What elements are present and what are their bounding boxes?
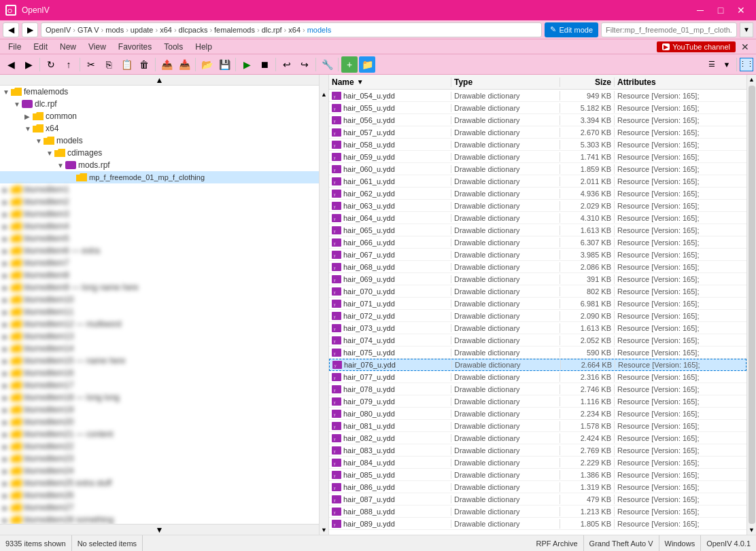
file-attributes: Resource [Version: 165];	[617, 214, 699, 222]
tb-save-button[interactable]: 💾	[216, 56, 233, 73]
table-row[interactable]: y hair_087_u.ydd Drawable dictionary 479…	[329, 493, 746, 505]
tb-refresh-button[interactable]: ↻	[43, 56, 59, 73]
table-row[interactable]: y hair_085_u.ydd Drawable dictionary 1.3…	[329, 469, 746, 481]
menu-edit[interactable]: Edit	[28, 41, 53, 53]
table-row[interactable]: y hair_084_u.ydd Drawable dictionary 2.2…	[329, 457, 746, 469]
view-details-button[interactable]: ⋮⋮	[740, 58, 753, 71]
table-row[interactable]: y hair_061_u.ydd Drawable dictionary 2.0…	[329, 175, 746, 188]
table-row[interactable]: y hair_062_u.ydd Drawable dictionary 4.9…	[329, 188, 746, 200]
tb-undo-button[interactable]: ↩	[279, 56, 295, 73]
table-row[interactable]: y hair_064_u.ydd Drawable dictionary 4.3…	[329, 212, 746, 224]
table-row[interactable]: y hair_089_u.ydd Drawable dictionary 1.8…	[329, 518, 746, 530]
tree-item-common[interactable]: ▶ common	[0, 110, 319, 122]
menu-close-button[interactable]: ✕	[737, 41, 753, 53]
table-row[interactable]: y hair_057_u.ydd Drawable dictionary 2.6…	[329, 126, 746, 139]
tree-item-cdimages[interactable]: ▼ cdimages	[0, 147, 319, 159]
table-row[interactable]: y hair_059_u.ydd Drawable dictionary 1.7…	[329, 151, 746, 163]
tb-play-button[interactable]: ▶	[239, 56, 255, 73]
table-row[interactable]: y hair_056_u.ydd Drawable dictionary 3.3…	[329, 114, 746, 126]
tree-scroll-down[interactable]: ▼	[0, 524, 319, 535]
table-row[interactable]: y hair_075_u.ydd Drawable dictionary 590…	[329, 346, 746, 359]
close-button[interactable]: ✕	[732, 3, 751, 18]
tb-stop-button[interactable]: ⏹	[256, 56, 273, 73]
minimize-button[interactable]: ─	[691, 3, 710, 18]
table-row[interactable]: y hair_080_u.ydd Drawable dictionary 2.2…	[329, 408, 746, 420]
table-row[interactable]: y hair_074_u.ydd Drawable dictionary 2.0…	[329, 334, 746, 346]
right-scroll-up[interactable]: ▲	[321, 90, 327, 99]
table-row[interactable]: y hair_066_u.ydd Drawable dictionary 6.3…	[329, 236, 746, 249]
table-row[interactable]: y hair_070_u.ydd Drawable dictionary 802…	[329, 285, 746, 298]
table-row[interactable]: y hair_077_u.ydd Drawable dictionary 2.3…	[329, 371, 746, 383]
tb-add-button[interactable]: +	[341, 56, 358, 73]
col-header-size[interactable]: Size	[560, 77, 615, 87]
right-scrollbar-up[interactable]: ▲	[749, 75, 755, 84]
file-attributes: Resource [Version: 165];	[617, 373, 699, 381]
tb-redo-button[interactable]: ↪	[296, 56, 313, 73]
menu-tools[interactable]: Tools	[158, 41, 188, 53]
table-row[interactable]: y hair_068_u.ydd Drawable dictionary 2.0…	[329, 261, 746, 273]
table-row[interactable]: y hair_082_u.ydd Drawable dictionary 2.4…	[329, 432, 746, 444]
table-row[interactable]: y hair_088_u.ydd Drawable dictionary 1.2…	[329, 505, 746, 518]
tree-item-mpfclothing[interactable]: mp_f_freemode_01_mp_f_clothing	[0, 171, 319, 183]
youtube-button[interactable]: ▶ YouTube channel	[657, 41, 736, 52]
table-row[interactable]: y hair_055_u.ydd Drawable dictionary 5.1…	[329, 102, 746, 114]
tb-open-button[interactable]: 📂	[199, 56, 215, 73]
edit-mode-button[interactable]: ✎ Edit mode	[545, 22, 598, 37]
tb-copy-button[interactable]: ⎘	[101, 56, 117, 73]
view-dropdown-button[interactable]: ▼	[720, 58, 734, 71]
menu-view[interactable]: View	[83, 41, 111, 53]
tb-folder-button[interactable]: 📁	[359, 56, 375, 73]
ydd-icon: y	[332, 275, 341, 283]
menu-new[interactable]: New	[54, 41, 82, 53]
tb-properties-button[interactable]: 🔧	[319, 56, 335, 73]
table-row[interactable]: y hair_065_u.ydd Drawable dictionary 1.6…	[329, 224, 746, 236]
tb-import-button[interactable]: 📥	[176, 56, 192, 73]
tree-item-models[interactable]: ▼ models	[0, 135, 319, 147]
table-row[interactable]: y hair_069_u.ydd Drawable dictionary 391…	[329, 273, 746, 285]
col-header-attributes[interactable]: Attributes	[615, 77, 746, 87]
table-row[interactable]: y hair_058_u.ydd Drawable dictionary 5.3…	[329, 139, 746, 151]
tb-cut-button[interactable]: ✂	[83, 56, 99, 73]
menu-favorites[interactable]: Favorites	[113, 41, 157, 53]
table-row[interactable]: y hair_067_u.ydd Drawable dictionary 3.9…	[329, 249, 746, 261]
tree-item-femalemods[interactable]: ▼ femalemods	[0, 86, 319, 98]
search-options-button[interactable]: ▼	[740, 22, 753, 37]
table-row[interactable]: y hair_079_u.ydd Drawable dictionary 1.1…	[329, 395, 746, 408]
scrollbar-thumb[interactable]	[749, 86, 755, 524]
tree-item-dlcrpf[interactable]: ▼ dlc.rpf	[0, 98, 319, 110]
back-button[interactable]: ◀	[3, 22, 19, 37]
maximize-button[interactable]: □	[711, 3, 730, 18]
table-row[interactable]: y hair_083_u.ydd Drawable dictionary 2.7…	[329, 444, 746, 457]
table-row[interactable]: y hair_060_u.ydd Drawable dictionary 1.8…	[329, 163, 746, 175]
tb-delete-button[interactable]: 🗑	[136, 56, 152, 73]
tree-item-x64[interactable]: ▼ x64	[0, 122, 319, 135]
table-row[interactable]: y hair_086_u.ydd Drawable dictionary 1.3…	[329, 481, 746, 493]
address-path[interactable]: OpenIV › GTA V › mods › update › x64 › d…	[41, 22, 542, 37]
tb-paste-button[interactable]: 📋	[118, 56, 135, 73]
menu-file[interactable]: File	[3, 41, 27, 53]
tb-back-button[interactable]: ◀	[3, 56, 19, 73]
table-row[interactable]: y hair_071_u.ydd Drawable dictionary 6.9…	[329, 298, 746, 310]
tree-scroll-up[interactable]: ▲	[0, 75, 319, 86]
table-row[interactable]: y hair_054_u.ydd Drawable dictionary 949…	[329, 90, 746, 102]
tree-item-modsrpf[interactable]: ▼ mods.rpf	[0, 159, 319, 171]
tree-item-blur-22: ▶blurreditem22	[0, 440, 319, 452]
menu-help[interactable]: Help	[190, 41, 218, 53]
right-scroll-down[interactable]: ▼	[321, 525, 327, 535]
table-row[interactable]: y hair_063_u.ydd Drawable dictionary 2.0…	[329, 200, 746, 212]
view-list-button[interactable]: ☰	[705, 58, 719, 71]
col-header-type[interactable]: Type	[451, 77, 560, 87]
right-scrollbar-down[interactable]: ▼	[749, 525, 755, 535]
tb-extract-button[interactable]: 📤	[158, 56, 175, 73]
tb-up-button[interactable]: ↑	[61, 56, 77, 73]
table-row[interactable]: y hair_081_u.ydd Drawable dictionary 1.5…	[329, 420, 746, 432]
tb-forward-button[interactable]: ▶	[20, 56, 37, 73]
table-row[interactable]: y hair_076_u.ydd Drawable dictionary 2.6…	[329, 359, 746, 371]
right-scrollbar[interactable]: ▲ ▼	[746, 75, 756, 535]
table-row[interactable]: y hair_073_u.ydd Drawable dictionary 1.6…	[329, 322, 746, 334]
table-row[interactable]: y hair_078_u.ydd Drawable dictionary 2.7…	[329, 383, 746, 395]
table-row[interactable]: y hair_072_u.ydd Drawable dictionary 2.0…	[329, 310, 746, 322]
col-header-name[interactable]: Name ▼	[329, 77, 451, 87]
search-input[interactable]	[601, 22, 737, 37]
forward-button[interactable]: ▶	[22, 22, 38, 37]
